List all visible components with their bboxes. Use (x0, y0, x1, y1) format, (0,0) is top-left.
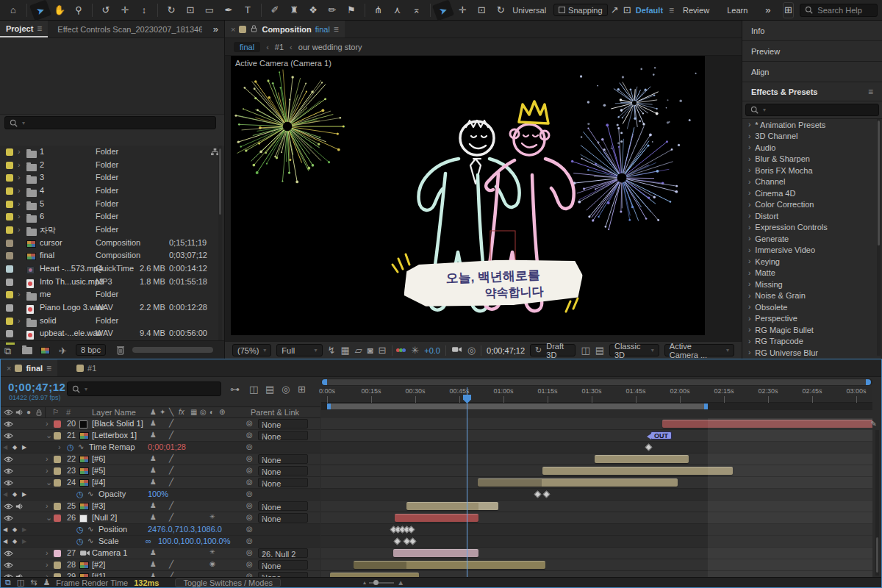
layer-label-square[interactable] (54, 514, 61, 522)
quality-icon[interactable]: ╱ (169, 466, 173, 474)
workspace-learn[interactable]: Learn (727, 6, 747, 15)
keyframe-nav-add[interactable]: ◆ (12, 491, 17, 498)
interpret-footage-icon[interactable]: ⧉ (4, 345, 11, 357)
keyframe-nav-next[interactable]: ▶ (22, 491, 26, 498)
puppet-pin-tool-icon[interactable]: ⚑ (343, 2, 360, 18)
chevron-right-icon[interactable]: › (748, 178, 750, 186)
keyframe-nav-prev[interactable]: ◀ (3, 491, 7, 498)
chevron-right-icon[interactable]: › (748, 292, 750, 300)
work-area-track[interactable] (321, 403, 872, 410)
eye-icon[interactable] (4, 550, 13, 559)
project-item[interactable]: Heart -...573.mp4QuickTime2.6 MB0:00:14:… (0, 262, 224, 276)
chevron-right-icon[interactable]: › (748, 326, 750, 334)
exposure-value[interactable]: +0.0 (424, 346, 440, 355)
item-label-square[interactable] (6, 226, 13, 234)
parent-dropdown[interactable]: None▾ (258, 431, 308, 440)
guides-icon[interactable]: ⊟ (379, 345, 387, 356)
composition-viewport[interactable]: Active Camera (Camera 1) 오늘, 백년해로를 약속합니다 (231, 56, 705, 335)
channel-icon[interactable] (397, 348, 406, 352)
keyframe-diamond[interactable] (408, 526, 415, 534)
expand-icon[interactable]: › (18, 212, 21, 220)
universal-move-icon[interactable]: ✛ (453, 2, 471, 18)
layer-label-square[interactable] (54, 503, 61, 510)
tab-project[interactable]: Project ≡ (0, 21, 48, 37)
breadcrumb-comp1[interactable]: #1 (275, 43, 284, 51)
project-vscrollbar[interactable] (218, 146, 222, 340)
layer-duration-bar[interactable] (406, 502, 498, 510)
workspace-review[interactable]: Review (683, 6, 709, 15)
item-label-square[interactable] (6, 162, 13, 169)
search-options-icon[interactable]: ▾ (763, 107, 766, 113)
chevron-right-icon[interactable]: › (748, 201, 750, 209)
item-label-square[interactable] (6, 279, 13, 286)
pickwhip-icon[interactable]: ◎ (246, 525, 253, 533)
pickwhip-icon[interactable]: ◎ (246, 454, 253, 462)
quality-column-icon[interactable]: ╲ (169, 408, 173, 416)
layer-expand-icon[interactable]: › (46, 572, 49, 577)
item-label-square[interactable] (6, 304, 13, 312)
layer-name-column[interactable]: Layer Name (92, 408, 136, 417)
parent-dropdown[interactable]: None▾ (258, 419, 308, 429)
pickwhip-icon[interactable]: ◎ (246, 478, 253, 486)
effects-category[interactable]: ›Boris FX Mocha (742, 165, 882, 176)
chevron-right-icon[interactable]: › (748, 303, 750, 311)
layer-label-square[interactable] (54, 562, 61, 569)
eye-icon[interactable] (4, 420, 13, 429)
solo-column-icon[interactable]: ● (26, 408, 31, 416)
rotate-tool-icon[interactable]: ↻ (162, 2, 180, 18)
selection-tool-icon[interactable]: ➤ (29, 0, 51, 21)
mask-visibility-icon[interactable]: ◙ (368, 345, 373, 356)
chevron-right-icon[interactable]: › (748, 257, 750, 265)
item-label-square[interactable] (6, 187, 13, 195)
zoom-in-icon[interactable]: ▲ (397, 578, 404, 587)
keyframe-nav-add[interactable]: ◆ (12, 538, 17, 545)
shy-icon[interactable]: ♟ (150, 454, 157, 462)
project-item[interactable]: upbeat-...ele.wavWAV9.4 MB0:00:56:00 (0, 327, 224, 340)
item-label-square[interactable] (6, 148, 13, 156)
graph-icon[interactable]: ∿ (87, 490, 93, 498)
effects-category[interactable]: ›RG Trapcode (742, 336, 882, 348)
pickwhip-icon[interactable]: ◎ (246, 501, 253, 509)
parent-dropdown[interactable]: None▾ (258, 560, 308, 570)
layer-row[interactable]: ›20[Black Solid 1]♟╱◎None▾ (1, 418, 320, 430)
layer-label-square[interactable] (54, 432, 61, 440)
chevron-right-icon[interactable]: › (748, 246, 750, 254)
layer-row[interactable]: ›22[#6]♟╱◎None▾ (1, 453, 320, 465)
keyframe-nav-next[interactable]: ▶ (22, 538, 26, 545)
project-item[interactable]: finalComposition0;03;07;12 (0, 249, 224, 262)
effects-category[interactable]: ›Perspective (742, 313, 882, 325)
universal-rotate-icon[interactable]: ↻ (492, 2, 509, 18)
quality-icon[interactable]: ╱ (169, 501, 173, 509)
item-label-square[interactable] (6, 174, 13, 182)
project-item[interactable]: ›2Folder (0, 159, 224, 172)
layer-expand-icon[interactable]: ⌄ (46, 513, 52, 523)
quality-icon[interactable]: ╱ (169, 513, 173, 521)
keyframe-nav-next[interactable]: ▶ (22, 526, 26, 533)
shy-icon[interactable]: ♟ (150, 466, 157, 474)
zoom-out-icon[interactable]: ▴ (363, 579, 366, 586)
effects-category[interactable]: ›Immersive Video (742, 245, 882, 257)
breadcrumb-final[interactable]: final (234, 42, 260, 52)
tab-effect-controls[interactable]: Effect Controls Scan_20230207_181346.j (48, 21, 202, 37)
eye-icon[interactable] (4, 514, 13, 523)
workspace-overflow-icon[interactable]: » (765, 4, 770, 15)
zoom-slider[interactable] (369, 582, 394, 584)
bit-depth-button[interactable]: 8 bpc (76, 344, 106, 356)
shy-icon[interactable]: ♟ (150, 501, 157, 509)
live-update-icon[interactable]: ⧉ (5, 578, 11, 587)
layer-label-square[interactable] (54, 550, 61, 557)
playhead-line[interactable] (467, 387, 467, 577)
draft-3d-button[interactable]: ↻Draft 3D (530, 344, 576, 356)
item-label-square[interactable] (6, 318, 13, 325)
keyframe-nav-prev[interactable]: ◀ (3, 526, 7, 533)
composition-flowchart-icon[interactable]: ⊶ (230, 384, 240, 395)
effects-category[interactable]: ›Distort (742, 210, 882, 222)
timeline-search[interactable]: ▾ (67, 381, 221, 396)
tab-timeline-comp1[interactable]: #1 (71, 359, 102, 376)
share-view-icon[interactable]: ▤ (595, 345, 604, 356)
project-item[interactable]: ›6Folder (0, 210, 224, 223)
item-label-square[interactable] (6, 252, 13, 259)
keyframe-nav-prev[interactable]: ◀ (3, 538, 7, 545)
switches-icon[interactable]: ⇆ (30, 578, 37, 587)
effects-category[interactable]: ›Channel (742, 176, 882, 188)
